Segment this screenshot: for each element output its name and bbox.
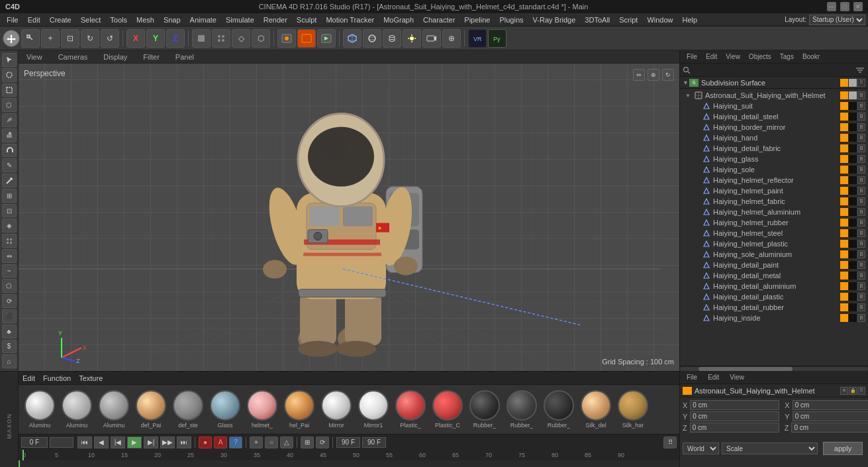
minimize-button[interactable]: —	[827, 2, 836, 11]
poly-mode-btn[interactable]: ⬡	[252, 29, 270, 48]
lt-snap-btn[interactable]: ⊡	[2, 204, 17, 218]
cylinder-btn[interactable]	[383, 29, 401, 48]
lt-extrude-btn[interactable]	[2, 129, 17, 142]
lt-paint-btn[interactable]: ✎	[2, 158, 17, 172]
mat-item-14[interactable]: Rubber_	[505, 390, 539, 429]
max-frame-input[interactable]	[362, 437, 386, 448]
rp-tab-edit[interactable]: Edit	[702, 52, 721, 62]
timeline-options-btn[interactable]: ⠿	[663, 437, 677, 448]
mat-item-3[interactable]: Aluminu	[97, 390, 131, 429]
menu-script[interactable]: Script	[615, 15, 642, 25]
render-active-btn[interactable]	[317, 29, 336, 48]
lt-grass-btn[interactable]: ♣	[2, 325, 17, 338]
lt-lasso-btn[interactable]	[2, 68, 17, 82]
menu-motion-tracker[interactable]: Motion Tracker	[322, 15, 378, 25]
mat-item-17[interactable]: Silk_har	[616, 390, 650, 429]
sphere-btn[interactable]	[363, 29, 381, 48]
world-selector[interactable]: World Object	[683, 442, 719, 454]
menu-mograph[interactable]: MoGraph	[379, 15, 418, 25]
tree-item-9[interactable]: Haiying_helmet_paint⠿	[680, 185, 868, 196]
props-tab-edit[interactable]: Edit	[704, 372, 723, 382]
mat-menu-function[interactable]: Function	[43, 374, 71, 382]
tab-panel[interactable]: Panel	[170, 52, 199, 62]
dots-icon[interactable]: ⠿	[857, 387, 865, 395]
mat-item-1[interactable]: Aluminu	[23, 390, 57, 429]
loop-btn[interactable]: ⟳	[316, 437, 329, 448]
axis-x-btn[interactable]: X	[126, 29, 145, 48]
mat-item-7[interactable]: helmet_	[245, 390, 279, 429]
menu-plugins[interactable]: Plugins	[495, 15, 527, 25]
lt-matrix-btn[interactable]	[2, 234, 17, 248]
tab-view[interactable]: View	[21, 52, 48, 62]
lock-icon[interactable]: 🔒	[849, 387, 857, 395]
lt-weld-btn[interactable]: ◈	[2, 219, 17, 233]
lt-knife-btn[interactable]	[2, 113, 17, 127]
mat-item-16[interactable]: Silk_del	[579, 390, 613, 429]
menu-select[interactable]: Select	[77, 15, 105, 25]
fps-btn[interactable]: ⊞	[301, 437, 314, 448]
mat-item-2[interactable]: Aluminu	[60, 390, 94, 429]
cube-btn[interactable]	[343, 29, 362, 48]
mat-item-10[interactable]: Mirror1	[356, 390, 391, 429]
obj-mode-btn[interactable]	[192, 29, 211, 48]
tree-item-6[interactable]: Haiying_glass⠿	[680, 154, 868, 164]
viewport-rotate-btn[interactable]: ↻	[662, 69, 674, 81]
pos-y-input[interactable]	[690, 411, 779, 421]
tree-item-4[interactable]: Haiying_hand⠿	[680, 132, 868, 143]
3d-viewport[interactable]: ★ Perspective ⇔ ⊕ ↻	[19, 64, 679, 371]
lt-poly-btn[interactable]: ⬡	[2, 98, 17, 112]
move-tool-btn[interactable]	[3, 30, 20, 47]
mat-menu-edit[interactable]: Edit	[23, 374, 35, 382]
play-btn[interactable]: ▶	[127, 437, 142, 448]
key-pos-btn[interactable]: +	[250, 437, 263, 448]
current-frame-input[interactable]	[50, 437, 73, 448]
menu-animate[interactable]: Animate	[186, 15, 220, 25]
pos-x-input[interactable]	[690, 400, 779, 410]
rot-x-input[interactable]	[793, 400, 868, 410]
move-btn[interactable]: +	[41, 29, 60, 48]
menu-sculpt[interactable]: Sculpt	[293, 15, 321, 25]
prev-key-btn[interactable]: |◀	[111, 437, 125, 448]
close-button[interactable]: ✕	[853, 2, 863, 11]
mat-item-5[interactable]: def_ste	[171, 390, 205, 429]
menu-vray[interactable]: V-Ray Bridge	[529, 15, 580, 25]
rp-tab-bookr[interactable]: Bookr	[798, 52, 824, 62]
lt-fill-btn[interactable]: ⬛	[2, 309, 17, 323]
rot-y-input[interactable]	[793, 411, 868, 421]
lt-loop-btn[interactable]: ⟳	[2, 294, 17, 308]
mat-item-8[interactable]: hel_Pai	[282, 390, 316, 429]
rot-z-input[interactable]	[791, 423, 868, 433]
menu-snap[interactable]: Snap	[160, 15, 185, 25]
layout-selector[interactable]: Startup (User)	[809, 15, 865, 25]
tree-item-3[interactable]: Haiying_border_mirror⠿	[680, 122, 868, 132]
props-tab-file[interactable]: File	[683, 372, 701, 382]
menu-help[interactable]: Help	[679, 15, 702, 25]
scene-search-input[interactable]	[692, 66, 853, 74]
mat-item-4[interactable]: def_Pai	[134, 390, 168, 429]
viewport-move-btn[interactable]: ⇔	[633, 69, 645, 81]
mat-item-12[interactable]: Plastic_C	[430, 390, 465, 429]
tree-item-15[interactable]: Haiying_sole_aluminium⠿	[680, 249, 868, 260]
tree-item-5[interactable]: Haiying_detail_fabric⠿	[680, 143, 868, 154]
lt-sculpt-btn[interactable]	[2, 174, 17, 187]
menu-simulate[interactable]: Simulate	[222, 15, 258, 25]
lt-mirror-btn[interactable]: ⇔	[2, 249, 17, 263]
camera-btn[interactable]	[422, 29, 441, 48]
menu-render[interactable]: Render	[260, 15, 291, 25]
axis-y-btn[interactable]: Y	[146, 29, 165, 48]
auto-key-btn[interactable]: A	[214, 437, 227, 448]
prev-frame-btn[interactable]: ◀	[94, 437, 109, 448]
eye-icon[interactable]: 👁	[840, 387, 848, 395]
scale-btn[interactable]: ⊡	[61, 29, 79, 48]
timeline-content[interactable]	[19, 460, 679, 467]
menu-tools[interactable]: Tools	[106, 15, 131, 25]
menu-character[interactable]: Character	[419, 15, 459, 25]
help-btn[interactable]: ?	[229, 437, 242, 448]
h-scrollbar[interactable]	[680, 366, 868, 371]
tree-item-2[interactable]: Haiying_detail_steel⠿	[680, 111, 868, 122]
tree-item-7[interactable]: Haiying_sole⠿	[680, 164, 868, 175]
mat-item-11[interactable]: Plastic_	[393, 390, 428, 429]
tree-item-10[interactable]: Haiying_helmet_fabric⠿	[680, 196, 868, 207]
target-btn[interactable]: ⊕	[442, 29, 461, 48]
select-btn[interactable]	[21, 29, 40, 48]
